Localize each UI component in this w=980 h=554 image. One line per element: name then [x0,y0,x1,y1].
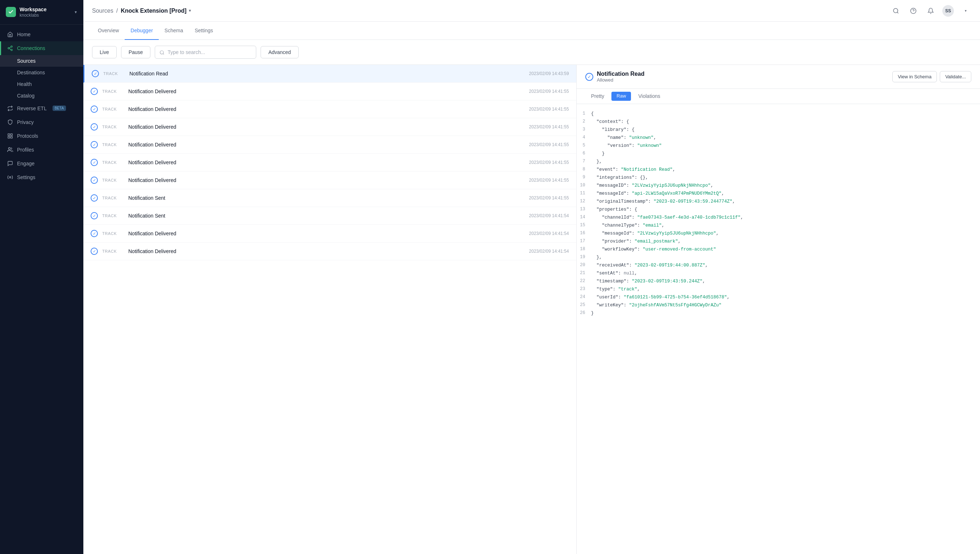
line-number: 20 [577,262,591,269]
help-icon[interactable] [907,5,919,17]
detail-tab-raw[interactable]: Raw [611,92,631,101]
pause-button[interactable]: Pause [121,46,151,58]
validate-button[interactable]: Validate... [940,71,971,82]
tab-overview[interactable]: Overview [92,22,125,40]
split-pane: ✓ TRACK Notification Read 2023/02/09 14:… [83,65,980,554]
svg-point-15 [160,51,164,54]
line-content: "receivedAt": "2023-02-09T19:44:00.887Z"… [591,262,980,269]
avatar[interactable]: SS [942,5,954,17]
profiles-icon [7,146,13,153]
tab-settings[interactable]: Settings [189,22,219,40]
line-number: 6 [577,150,591,158]
sidebar-item-catalog[interactable]: Catalog [0,90,83,102]
sidebar-item-home-label: Home [17,32,30,37]
page-title: Knock Extension [Prod] ▾ [121,8,191,14]
event-row[interactable]: ✓ TRACK Notification Read 2023/02/09 14:… [83,65,576,83]
event-check-icon: ✓ [91,194,98,202]
detail-header: ✓ Notification Read Allowed View in Sche… [577,65,980,89]
detail-tab-violations[interactable]: Violations [632,89,666,104]
event-row[interactable]: ✓ TRACK Notification Sent 2023/02/09 14:… [83,207,576,225]
sidebar-item-destinations[interactable]: Destinations [0,67,83,78]
code-line: 5 "version": "unknown" [577,142,980,150]
checkmark-icon: ✓ [93,249,96,254]
live-button[interactable]: Live [92,46,117,58]
workspace-label: Workspace [19,6,46,13]
event-check-icon: ✓ [91,105,98,113]
event-name-label: Notification Sent [128,195,525,201]
line-number: 5 [577,142,591,150]
line-number: 3 [577,126,591,134]
sidebar-item-privacy[interactable]: Privacy [0,115,83,129]
checkmark-icon: ✓ [93,213,96,218]
sidebar-item-home[interactable]: Home [0,27,83,41]
breadcrumb-sources-link[interactable]: Sources [92,8,113,14]
line-content: "workflowKey": "user-removed-from-accoun… [591,246,980,253]
detail-tab-pretty[interactable]: Pretty [585,89,610,104]
event-row[interactable]: ✓ TRACK Notification Delivered 2023/02/0… [83,225,576,242]
avatar-dropdown-icon[interactable]: ▾ [960,5,971,17]
logo-icon [6,7,16,17]
svg-line-3 [10,49,11,50]
notifications-icon[interactable] [925,5,937,17]
sidebar-item-health[interactable]: Health [0,78,83,90]
sidebar-item-settings-label: Settings [17,174,35,180]
detail-title-group: Notification Read Allowed [597,71,645,83]
event-name-label: Notification Delivered [128,106,525,112]
detail-event-name: Notification Read [597,71,645,77]
sidebar-item-profiles[interactable]: Profiles [0,143,83,157]
view-in-schema-button[interactable]: View in Schema [892,71,937,82]
page-dropdown-icon[interactable]: ▾ [189,8,191,13]
workspace-header[interactable]: Workspace knocklabs ▼ [0,0,83,25]
event-time-label: 2023/02/09 14:41:55 [529,160,569,165]
detail-panel: ✓ Notification Read Allowed View in Sche… [577,65,980,554]
line-content: "properties": { [591,206,980,213]
code-line: 3 "library": { [577,126,980,134]
event-check-icon: ✓ [92,70,99,77]
sidebar-item-connections[interactable]: Connections [0,41,83,55]
event-name-label: Notification Delivered [128,231,525,236]
event-name-label: Notification Sent [128,213,525,219]
event-row[interactable]: ✓ TRACK Notification Delivered 2023/02/0… [83,136,576,154]
line-number: 14 [577,214,591,221]
line-number: 12 [577,198,591,205]
tab-debugger[interactable]: Debugger [125,22,159,40]
code-view: 1 { 2 "context": { 3 "library": { 4 "nam… [577,104,980,554]
sidebar-item-sources[interactable]: Sources [0,55,83,67]
line-content: "writeKey": "2ojheFshfAVm57Nt5sFfg4HGCWy… [591,302,980,309]
search-icon[interactable] [890,5,902,17]
code-line: 14 "channelId": "fae07343-5aef-4e3d-a740… [577,213,980,221]
sidebar-item-settings[interactable]: Settings [0,170,83,184]
event-row[interactable]: ✓ TRACK Notification Delivered 2023/02/0… [83,100,576,118]
event-time-label: 2023/02/09 14:41:54 [529,231,569,236]
line-number: 4 [577,134,591,142]
sidebar-item-reverse-etl[interactable]: Reverse ETL BETA [0,102,83,115]
line-content: "channelType": "email", [591,222,980,229]
search-input[interactable] [167,49,251,55]
sidebar-item-sources-label: Sources [17,58,35,64]
event-row[interactable]: ✓ TRACK Notification Delivered 2023/02/0… [83,154,576,172]
event-row[interactable]: ✓ TRACK Notification Delivered 2023/02/0… [83,83,576,100]
line-number: 23 [577,286,591,293]
event-row[interactable]: ✓ TRACK Notification Sent 2023/02/09 14:… [83,189,576,207]
line-content: "type": "track", [591,286,980,293]
detail-actions: View in Schema Validate... [892,71,971,82]
svg-rect-7 [11,136,12,138]
workspace-info: Workspace knocklabs [19,6,46,18]
sidebar-item-health-label: Health [17,81,32,87]
sidebar-item-catalog-label: Catalog [17,93,35,99]
code-line: 25 "writeKey": "2ojheFshfAVm57Nt5sFfg4HG… [577,301,980,309]
sidebar-item-engage[interactable]: Engage [0,157,83,170]
advanced-button[interactable]: Advanced [261,46,298,58]
svg-point-9 [8,148,10,150]
event-type-label: TRACK [102,196,124,200]
event-row[interactable]: ✓ TRACK Notification Delivered 2023/02/0… [83,118,576,136]
code-line: 11 "messageId": "api-2LW15aQaVxoR74PmPNU… [577,189,980,197]
main-content: Sources / Knock Extension [Prod] ▾ SS ▾ … [83,0,980,554]
code-line: 9 "integrations": {}, [577,174,980,181]
code-line: 2 "context": { [577,118,980,126]
event-name-label: Notification Delivered [128,177,525,183]
event-row[interactable]: ✓ TRACK Notification Delivered 2023/02/0… [83,172,576,189]
sidebar-item-protocols[interactable]: Protocols [0,129,83,143]
tab-schema[interactable]: Schema [159,22,189,40]
event-row[interactable]: ✓ TRACK Notification Delivered 2023/02/0… [83,242,576,260]
